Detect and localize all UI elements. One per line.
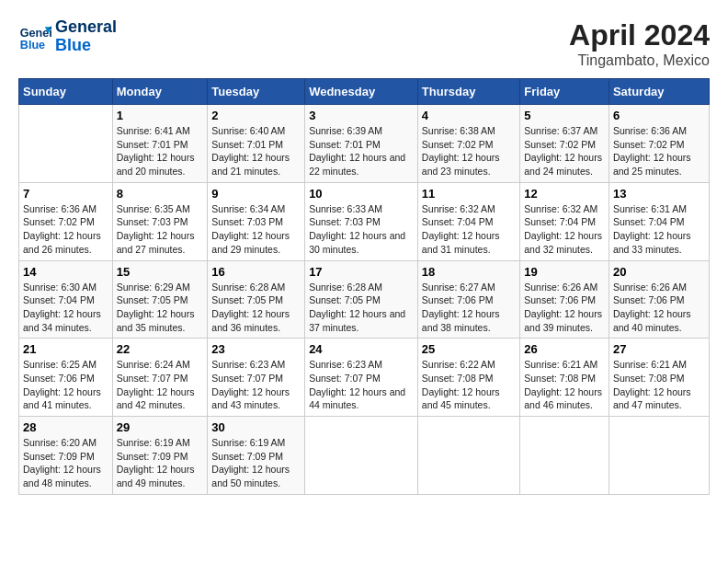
calendar-day-cell — [417, 417, 519, 495]
day-number: 23 — [211, 342, 301, 356]
day-info: Sunrise: 6:28 AM Sunset: 7:05 PM Dayligh… — [211, 281, 301, 335]
day-info: Sunrise: 6:24 AM Sunset: 7:07 PM Dayligh… — [117, 358, 204, 412]
calendar-day-cell: 30Sunrise: 6:19 AM Sunset: 7:09 PM Dayli… — [208, 417, 305, 495]
day-info: Sunrise: 6:32 AM Sunset: 7:04 PM Dayligh… — [524, 202, 605, 257]
calendar-header-row: SundayMondayTuesdayWednesdayThursdayFrid… — [19, 79, 710, 105]
calendar-day-cell — [19, 105, 113, 183]
page-title: April 2024 — [569, 18, 710, 52]
calendar-day-cell: 17Sunrise: 6:28 AM Sunset: 7:05 PM Dayli… — [305, 260, 418, 339]
calendar-week-row: 21Sunrise: 6:25 AM Sunset: 7:06 PM Dayli… — [19, 339, 710, 417]
calendar-day-cell: 8Sunrise: 6:35 AM Sunset: 7:03 PM Daylig… — [112, 182, 208, 260]
day-number: 1 — [117, 109, 204, 122]
day-info: Sunrise: 6:26 AM Sunset: 7:06 PM Dayligh… — [524, 281, 605, 335]
day-info: Sunrise: 6:40 AM Sunset: 7:01 PM Dayligh… — [211, 124, 301, 178]
calendar-day-cell: 15Sunrise: 6:29 AM Sunset: 7:05 PM Dayli… — [112, 260, 208, 339]
day-number: 11 — [422, 187, 516, 201]
day-number: 15 — [117, 265, 204, 279]
calendar-day-cell: 11Sunrise: 6:32 AM Sunset: 7:04 PM Dayli… — [417, 182, 519, 260]
calendar-day-cell: 4Sunrise: 6:38 AM Sunset: 7:02 PM Daylig… — [417, 105, 519, 183]
day-number: 20 — [613, 265, 705, 279]
day-info: Sunrise: 6:29 AM Sunset: 7:05 PM Dayligh… — [117, 281, 204, 335]
calendar-day-cell: 2Sunrise: 6:40 AM Sunset: 7:01 PM Daylig… — [208, 105, 305, 183]
calendar-day-cell: 6Sunrise: 6:36 AM Sunset: 7:02 PM Daylig… — [609, 105, 709, 183]
calendar-day-cell — [305, 417, 418, 495]
day-info: Sunrise: 6:37 AM Sunset: 7:02 PM Dayligh… — [524, 124, 605, 178]
day-info: Sunrise: 6:27 AM Sunset: 7:06 PM Dayligh… — [422, 281, 516, 335]
calendar-day-cell: 29Sunrise: 6:19 AM Sunset: 7:09 PM Dayli… — [112, 417, 208, 495]
calendar-week-row: 14Sunrise: 6:30 AM Sunset: 7:04 PM Dayli… — [19, 260, 710, 339]
day-of-week-header: Saturday — [609, 79, 709, 105]
calendar-day-cell: 27Sunrise: 6:21 AM Sunset: 7:08 PM Dayli… — [609, 339, 709, 417]
svg-text:Blue: Blue — [20, 38, 45, 51]
day-number: 13 — [613, 187, 705, 201]
day-number: 18 — [422, 265, 516, 279]
calendar-day-cell: 7Sunrise: 6:36 AM Sunset: 7:02 PM Daylig… — [19, 182, 113, 260]
day-info: Sunrise: 6:21 AM Sunset: 7:08 PM Dayligh… — [524, 358, 605, 412]
day-info: Sunrise: 6:23 AM Sunset: 7:07 PM Dayligh… — [211, 358, 301, 412]
calendar-day-cell: 12Sunrise: 6:32 AM Sunset: 7:04 PM Dayli… — [520, 182, 609, 260]
calendar-day-cell: 16Sunrise: 6:28 AM Sunset: 7:05 PM Dayli… — [208, 260, 305, 339]
day-info: Sunrise: 6:34 AM Sunset: 7:03 PM Dayligh… — [211, 202, 301, 257]
day-number: 4 — [422, 109, 516, 122]
day-number: 12 — [524, 187, 605, 201]
day-info: Sunrise: 6:30 AM Sunset: 7:04 PM Dayligh… — [23, 281, 108, 335]
calendar-day-cell: 23Sunrise: 6:23 AM Sunset: 7:07 PM Dayli… — [208, 339, 305, 417]
calendar-day-cell: 10Sunrise: 6:33 AM Sunset: 7:03 PM Dayli… — [305, 182, 418, 260]
calendar-day-cell: 21Sunrise: 6:25 AM Sunset: 7:06 PM Dayli… — [19, 339, 113, 417]
day-number: 3 — [309, 109, 414, 122]
day-number: 28 — [23, 420, 108, 434]
calendar-day-cell: 24Sunrise: 6:23 AM Sunset: 7:07 PM Dayli… — [305, 339, 418, 417]
calendar-day-cell: 25Sunrise: 6:22 AM Sunset: 7:08 PM Dayli… — [417, 339, 519, 417]
calendar-week-row: 7Sunrise: 6:36 AM Sunset: 7:02 PM Daylig… — [19, 182, 710, 260]
day-number: 22 — [117, 342, 204, 356]
calendar-week-row: 28Sunrise: 6:20 AM Sunset: 7:09 PM Dayli… — [19, 417, 710, 495]
calendar-day-cell: 5Sunrise: 6:37 AM Sunset: 7:02 PM Daylig… — [520, 105, 609, 183]
day-number: 17 — [309, 265, 414, 279]
calendar-day-cell: 13Sunrise: 6:31 AM Sunset: 7:04 PM Dayli… — [609, 182, 709, 260]
day-info: Sunrise: 6:41 AM Sunset: 7:01 PM Dayligh… — [117, 124, 204, 178]
day-info: Sunrise: 6:23 AM Sunset: 7:07 PM Dayligh… — [309, 358, 414, 412]
calendar-day-cell: 18Sunrise: 6:27 AM Sunset: 7:06 PM Dayli… — [417, 260, 519, 339]
day-number: 30 — [211, 420, 301, 434]
day-info: Sunrise: 6:22 AM Sunset: 7:08 PM Dayligh… — [422, 358, 516, 412]
calendar-day-cell: 14Sunrise: 6:30 AM Sunset: 7:04 PM Dayli… — [19, 260, 113, 339]
day-number: 29 — [117, 420, 204, 434]
day-number: 10 — [309, 187, 414, 201]
day-number: 2 — [211, 109, 301, 122]
day-info: Sunrise: 6:20 AM Sunset: 7:09 PM Dayligh… — [23, 436, 108, 490]
day-of-week-header: Monday — [112, 79, 208, 105]
calendar-day-cell: 28Sunrise: 6:20 AM Sunset: 7:09 PM Dayli… — [19, 417, 113, 495]
day-of-week-header: Wednesday — [305, 79, 418, 105]
calendar-day-cell: 26Sunrise: 6:21 AM Sunset: 7:08 PM Dayli… — [520, 339, 609, 417]
page-subtitle: Tingambato, Mexico — [569, 52, 710, 69]
day-info: Sunrise: 6:36 AM Sunset: 7:02 PM Dayligh… — [23, 202, 108, 257]
logo: General Blue General Blue — [18, 18, 117, 55]
day-number: 19 — [524, 265, 605, 279]
calendar-day-cell: 20Sunrise: 6:26 AM Sunset: 7:06 PM Dayli… — [609, 260, 709, 339]
day-number: 21 — [23, 342, 108, 356]
day-number: 27 — [613, 342, 705, 356]
calendar-table: SundayMondayTuesdayWednesdayThursdayFrid… — [18, 78, 710, 495]
calendar-day-cell: 1Sunrise: 6:41 AM Sunset: 7:01 PM Daylig… — [112, 105, 208, 183]
day-info: Sunrise: 6:19 AM Sunset: 7:09 PM Dayligh… — [211, 436, 301, 490]
day-info: Sunrise: 6:36 AM Sunset: 7:02 PM Dayligh… — [613, 124, 705, 178]
calendar-day-cell: 22Sunrise: 6:24 AM Sunset: 7:07 PM Dayli… — [112, 339, 208, 417]
day-info: Sunrise: 6:38 AM Sunset: 7:02 PM Dayligh… — [422, 124, 516, 178]
day-number: 14 — [23, 265, 108, 279]
day-info: Sunrise: 6:21 AM Sunset: 7:08 PM Dayligh… — [613, 358, 705, 412]
day-info: Sunrise: 6:19 AM Sunset: 7:09 PM Dayligh… — [117, 436, 204, 490]
day-of-week-header: Tuesday — [208, 79, 305, 105]
day-number: 8 — [117, 187, 204, 201]
calendar-day-cell — [609, 417, 709, 495]
day-number: 26 — [524, 342, 605, 356]
day-number: 6 — [613, 109, 705, 122]
logo-icon: General Blue — [18, 20, 51, 53]
title-area: April 2024 Tingambato, Mexico — [569, 18, 710, 69]
day-number: 24 — [309, 342, 414, 356]
calendar-day-cell: 19Sunrise: 6:26 AM Sunset: 7:06 PM Dayli… — [520, 260, 609, 339]
calendar-day-cell — [520, 417, 609, 495]
day-info: Sunrise: 6:25 AM Sunset: 7:06 PM Dayligh… — [23, 358, 108, 412]
day-number: 25 — [422, 342, 516, 356]
day-info: Sunrise: 6:35 AM Sunset: 7:03 PM Dayligh… — [117, 202, 204, 257]
day-info: Sunrise: 6:28 AM Sunset: 7:05 PM Dayligh… — [309, 281, 414, 335]
